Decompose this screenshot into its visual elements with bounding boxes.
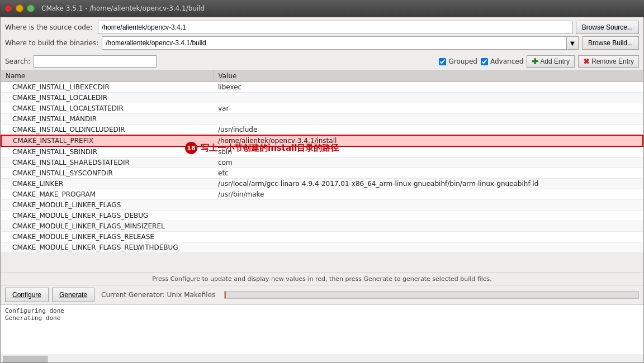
bottom-toolbar: Configure Generate Current Generator: Un… — [1, 285, 643, 304]
log-line: Configuring done — [5, 307, 639, 314]
maximize-button[interactable] — [27, 4, 35, 12]
add-entry-label: Add Entry — [540, 58, 570, 65]
build-input[interactable] — [102, 36, 566, 50]
advanced-checkbox-label[interactable]: Advanced — [481, 58, 523, 65]
status-message: Press Configure to update and display ne… — [152, 275, 492, 283]
remove-entry-button[interactable]: ✖ Remove Entry — [578, 55, 639, 68]
build-dropdown-arrow[interactable]: ▼ — [566, 36, 579, 50]
table-cell-value — [214, 200, 643, 211]
table-cell-name: CMAKE_INSTALL_LOCALSTATEDIR — [1, 103, 214, 114]
table-cell-value — [214, 211, 643, 221]
table-row[interactable]: CMAKE_INSTALL_SHAREDSTATEDIRcom — [1, 157, 643, 168]
table-cell-name: CMAKE_INSTALL_LIBEXECDIR — [1, 82, 214, 93]
h-scroll-thumb[interactable] — [3, 356, 48, 362]
table-cell-name: CMAKE_INSTALL_LOCALEDIR — [1, 93, 214, 103]
table-cell-name: CMAKE_MODULE_LINKER_FLAGS_MINSIZEREL — [1, 221, 214, 232]
browse-source-button[interactable]: Browse Source... — [576, 21, 639, 34]
table-cell-value — [214, 232, 643, 242]
table-row[interactable]: CMAKE_INSTALL_LIBEXECDIRlibexec — [1, 82, 643, 93]
table-scroll[interactable]: Name Value CMAKE_INSTALL_LIBEXECDIRlibex… — [1, 70, 643, 273]
table-cell-name: CMAKE_INSTALL_PREFIX — [1, 135, 214, 146]
close-button[interactable] — [4, 4, 12, 12]
table-cell-value: /usr/local/arm/gcc-linaro-4.9.4-2017.01-… — [214, 179, 643, 189]
advanced-checkbox[interactable] — [481, 58, 488, 65]
build-label: Where to build the binaries: — [5, 39, 98, 47]
table-row[interactable]: CMAKE_INSTALL_LOCALSTATEDIRvar — [1, 103, 643, 114]
table-row[interactable]: CMAKE_INSTALL_PREFIX/home/alientek/openc… — [1, 135, 643, 146]
status-bar: Press Configure to update and display ne… — [1, 273, 643, 285]
table-header-row: Name Value — [1, 70, 643, 82]
table-cell-name: CMAKE_INSTALL_MANDIR — [1, 114, 214, 125]
grouped-checkbox[interactable] — [439, 58, 446, 65]
source-label: Where is the source code: — [5, 23, 94, 31]
table-cell-value — [214, 242, 643, 253]
log-line: Generating done — [5, 314, 639, 322]
form-area: Where is the source code: Browse Source.… — [1, 17, 643, 54]
table-cell-value: var — [214, 103, 643, 114]
source-row: Where is the source code: Browse Source.… — [5, 21, 639, 34]
table-cell-value: /home/alientek/opencv-3.4.1/install — [214, 135, 643, 146]
table-container: Name Value CMAKE_INSTALL_LIBEXECDIRlibex… — [1, 70, 643, 273]
main-table: Name Value CMAKE_INSTALL_LIBEXECDIRlibex… — [1, 70, 643, 253]
table-cell-value: etc — [214, 168, 643, 179]
grouped-checkbox-label[interactable]: Grouped — [439, 58, 477, 65]
search-label: Search: — [5, 58, 30, 65]
search-input[interactable] — [34, 55, 157, 68]
table-cell-value — [214, 221, 643, 232]
table-row[interactable]: CMAKE_INSTALL_SBINDIRsbin — [1, 146, 643, 157]
browse-build-button[interactable]: Browse Build... — [582, 36, 639, 50]
add-icon: ✚ — [532, 57, 538, 66]
configure-button[interactable]: Configure — [5, 288, 49, 302]
table-cell-name: CMAKE_MAKE_PROGRAM — [1, 189, 214, 200]
minimize-button[interactable] — [16, 4, 23, 12]
table-cell-name: CMAKE_INSTALL_OLDINCLUDEDIR — [1, 125, 214, 136]
col-value-header: Value — [214, 70, 643, 82]
table-cell-value: libexec — [214, 82, 643, 93]
table-row[interactable]: CMAKE_MODULE_LINKER_FLAGS — [1, 200, 643, 211]
table-row[interactable]: CMAKE_MODULE_LINKER_FLAGS_DEBUG — [1, 211, 643, 221]
generate-button[interactable]: Generate — [52, 288, 94, 302]
table-row[interactable]: CMAKE_INSTALL_SYSCONFDIRetc — [1, 168, 643, 179]
table-cell-name: CMAKE_MODULE_LINKER_FLAGS — [1, 200, 214, 211]
advanced-label: Advanced — [490, 58, 523, 65]
add-entry-button[interactable]: ✚ Add Entry — [527, 55, 575, 68]
remove-entry-label: Remove Entry — [591, 58, 634, 65]
progress-bar-fill — [225, 292, 226, 298]
titlebar: CMake 3.5.1 - /home/alientek/opencv-3.4.… — [0, 0, 644, 17]
table-row[interactable]: CMAKE_MAKE_PROGRAM/usr/bin/make — [1, 189, 643, 200]
grouped-label: Grouped — [448, 58, 477, 65]
window-title: CMake 3.5.1 - /home/alientek/opencv-3.4.… — [41, 4, 205, 12]
progress-bar — [224, 291, 639, 299]
table-cell-name: CMAKE_INSTALL_SBINDIR — [1, 146, 214, 157]
table-cell-value: sbin — [214, 146, 643, 157]
table-cell-name: CMAKE_MODULE_LINKER_FLAGS_RELEASE — [1, 232, 214, 242]
source-input[interactable] — [98, 21, 572, 34]
table-cell-name: CMAKE_MODULE_LINKER_FLAGS_DEBUG — [1, 211, 214, 221]
table-row[interactable]: CMAKE_MODULE_LINKER_FLAGS_RELEASE — [1, 232, 643, 242]
build-dropdown-wrapper: ▼ — [102, 36, 579, 50]
table-cell-value: /usr/bin/make — [214, 189, 643, 200]
table-cell-name: CMAKE_INSTALL_SYSCONFDIR — [1, 168, 214, 179]
table-row[interactable]: CMAKE_MODULE_LINKER_FLAGS_RELWITHDEBUG — [1, 242, 643, 253]
table-row[interactable]: CMAKE_MODULE_LINKER_FLAGS_MINSIZEREL — [1, 221, 643, 232]
remove-icon: ✖ — [583, 57, 590, 66]
table-cell-value — [214, 114, 643, 125]
col-name-header: Name — [1, 70, 214, 82]
toolbar-row: Search: Grouped Advanced ✚ Add Entry ✖ R… — [1, 54, 643, 70]
build-row: Where to build the binaries: ▼ Browse Bu… — [5, 36, 639, 50]
generator-label: Current Generator: Unix Makefiles — [101, 291, 215, 299]
log-area[interactable]: Configuring doneGenerating done — [1, 304, 643, 355]
main-window: Where is the source code: Browse Source.… — [0, 17, 644, 363]
table-row[interactable]: CMAKE_INSTALL_OLDINCLUDEDIR/usr/include — [1, 125, 643, 136]
table-cell-name: CMAKE_INSTALL_SHAREDSTATEDIR — [1, 157, 214, 168]
table-row[interactable]: CMAKE_INSTALL_MANDIR — [1, 114, 643, 125]
table-cell-value — [214, 93, 643, 103]
table-cell-name: CMAKE_MODULE_LINKER_FLAGS_RELWITHDEBUG — [1, 242, 214, 253]
table-row[interactable]: CMAKE_LINKER/usr/local/arm/gcc-linaro-4.… — [1, 179, 643, 189]
table-cell-name: CMAKE_LINKER — [1, 179, 214, 189]
horizontal-scrollbar[interactable] — [1, 355, 643, 362]
table-cell-value: /usr/include — [214, 125, 643, 136]
table-row[interactable]: CMAKE_INSTALL_LOCALEDIR — [1, 93, 643, 103]
table-body: CMAKE_INSTALL_LIBEXECDIRlibexecCMAKE_INS… — [1, 82, 643, 253]
table-cell-value: com — [214, 157, 643, 168]
